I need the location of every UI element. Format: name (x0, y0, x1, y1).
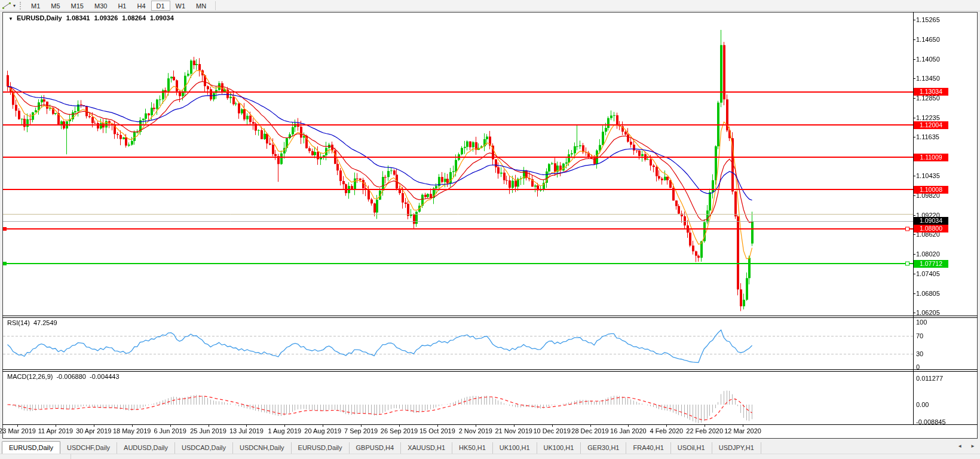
chevron-down-icon: ▾ (13, 3, 16, 8)
chart-tab-usoil-h1[interactable]: USOil,H1 (671, 442, 712, 454)
chart-tab-uk100-h1[interactable]: UK100,H1 (537, 442, 581, 454)
ohlc-high: 1.09326 (94, 14, 118, 22)
price-axis-tick: 1.14650 (916, 36, 940, 43)
timeframe-button-m5[interactable]: M5 (45, 1, 65, 11)
chart-tab-gbpusd-h4[interactable]: GBPUSD,H4 (350, 442, 402, 454)
chart-tab-uk100-h1[interactable]: UK100,H1 (493, 442, 537, 454)
rsi-axis-label: 70 (916, 332, 923, 339)
macd-name: MACD(12,26,9) (7, 373, 53, 380)
hline-price-badge: 1.11009 (914, 154, 948, 161)
price-axis-tick: 1.10435 (916, 172, 940, 179)
rsi-axis-label: 0 (916, 363, 920, 371)
price-axis-tick: 1.12235 (916, 114, 940, 121)
status-bar-divider (71, 454, 71, 459)
toolbar-separator (215, 1, 216, 10)
price-axis-tick: 1.06205 (916, 309, 940, 316)
chart-tab-ger30-h1[interactable]: GER30,H1 (581, 442, 626, 454)
hline-price-badge: 1.07712 (914, 260, 948, 268)
chart-tab-audusd-daily[interactable]: AUDUSD,Daily (117, 442, 175, 454)
chart-tab-eurusd-daily[interactable]: EURUSD,Daily (2, 441, 60, 454)
timeframe-button-d1[interactable]: D1 (151, 1, 170, 11)
top-toolbar: ▾ M1M5M15M30H1H4D1W1MN (0, 0, 980, 11)
timeframe-button-w1[interactable]: W1 (170, 1, 191, 11)
price-axis-tick: 1.07405 (916, 270, 940, 277)
hline-price-badge: 1.10008 (914, 186, 948, 194)
chart-tab-usdjpy-h1[interactable]: USDJPY,H1 (712, 442, 761, 454)
macd-signal-value: -0.004443 (90, 373, 120, 380)
ohlc-close: 1.09034 (150, 14, 174, 22)
rsi-axis-label: 100 (916, 319, 927, 326)
price-axis-tick: 1.11635 (916, 133, 939, 140)
chart-tab-usdcnh-daily[interactable]: USDCNH,Daily (233, 442, 292, 454)
macd-main-value: -0.006880 (56, 373, 86, 380)
line-studies-icon[interactable]: ▾ (0, 1, 17, 11)
price-axis-tick: 1.13450 (916, 75, 940, 82)
toolbar-grip[interactable] (20, 2, 22, 10)
hline-price-badge: 1.12004 (914, 121, 948, 129)
timeframe-button-m1[interactable]: M1 (26, 1, 45, 11)
chart-tabs: EURUSD,DailyUSDCHF,DailyAUDUSD,DailyUSDC… (0, 441, 761, 454)
chart-canvas[interactable] (0, 0, 980, 459)
timeframe-button-h1[interactable]: H1 (112, 1, 131, 11)
timeframe-button-mn[interactable]: MN (191, 1, 212, 11)
price-axis-tick: 1.14050 (916, 56, 940, 63)
timeframe-button-m30[interactable]: M30 (89, 1, 112, 11)
tab-scroll-right-icon[interactable]: ► (970, 443, 975, 449)
line-studies-glyph (2, 2, 12, 10)
price-axis-tick: 1.15265 (916, 16, 940, 23)
rsi-label: RSI(14)47.2549 (7, 319, 61, 326)
chart-tab-xauusd-h1[interactable]: XAUUSD,H1 (401, 442, 452, 454)
rsi-axis-label: 30 (916, 350, 923, 357)
timeframe-button-m15[interactable]: M15 (66, 1, 89, 11)
collapse-caret-icon[interactable]: ▼ (8, 16, 13, 22)
chart-symbol: EURUSD,Daily (17, 14, 62, 22)
chart-tab-fra40-h1[interactable]: FRA40,H1 (626, 442, 670, 454)
macd-label: MACD(12,26,9)-0.006880-0.004443 (7, 373, 123, 380)
tab-scroll-left-icon[interactable]: ◄ (957, 443, 962, 449)
chart-title: ▼EURUSD,Daily1.083411.093261.082641.0903… (8, 14, 178, 22)
macd-axis-label: -0.008845 (916, 418, 946, 426)
chart-tab-usdchf-daily[interactable]: USDCHF,Daily (60, 442, 117, 454)
current-price-badge: 1.09034 (914, 217, 948, 225)
price-axis-tick: 1.06805 (916, 290, 940, 297)
chart-tab-usdcad-daily[interactable]: USDCAD,Daily (175, 442, 233, 454)
rsi-value: 47.2549 (33, 319, 57, 326)
hline-price-badge: 1.08800 (914, 225, 948, 232)
macd-axis-label: 0.00 (916, 401, 929, 408)
ohlc-open: 1.08341 (66, 14, 90, 22)
date-axis-label: 12 Mar 2020 (718, 427, 768, 434)
chart-tab-bar: EURUSD,DailyUSDCHF,DailyAUDUSD,DailyUSDC… (0, 440, 980, 454)
status-bar (0, 454, 980, 459)
chart-tab-hk50-h1[interactable]: HK50,H1 (452, 442, 493, 454)
ohlc-low: 1.08264 (122, 14, 146, 22)
timeframe-button-h4[interactable]: H4 (131, 1, 151, 11)
timeframe-buttons: M1M5M15M30H1H4D1W1MN (26, 1, 212, 11)
price-axis-tick: 1.08020 (916, 250, 940, 258)
hline-price-badge: 1.13034 (914, 88, 948, 96)
rsi-name: RSI(14) (7, 319, 30, 326)
macd-axis-label: 0.011277 (916, 375, 943, 382)
tab-scroll-arrows: ◄ ► (957, 443, 975, 449)
chart-tab-eurusd-daily[interactable]: EURUSD,Daily (292, 442, 350, 454)
